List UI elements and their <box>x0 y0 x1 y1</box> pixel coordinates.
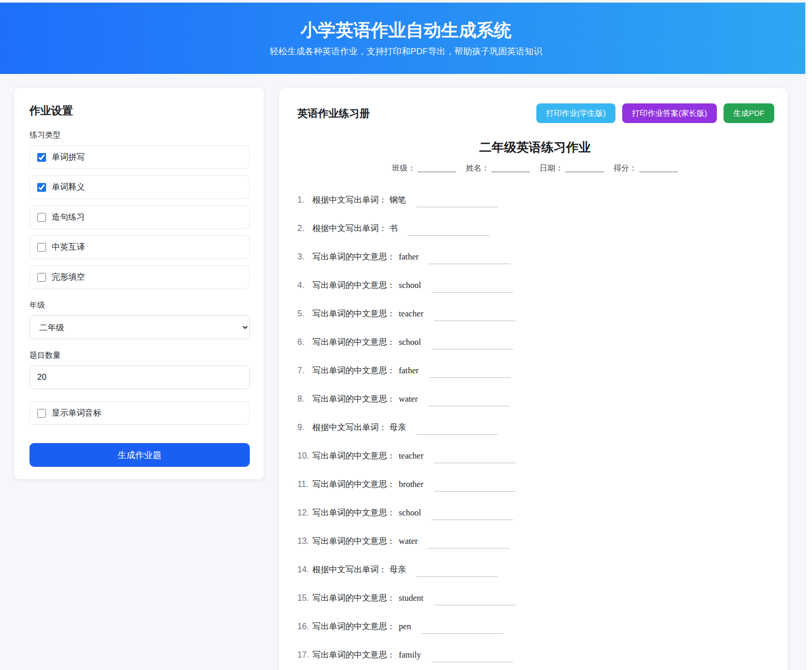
question-prompt: 根据中文写出单词： <box>312 565 387 574</box>
info-field: 姓名：________ <box>466 163 531 172</box>
answer-blank <box>416 428 498 435</box>
print-answers-button[interactable]: 打印作业答案(家长版) <box>622 103 717 123</box>
app-subtitle: 轻松生成各种英语作业，支持打印和PDF导出，帮助孩子巩固英语知识 <box>0 45 812 57</box>
info-field-label: 班级： <box>392 163 415 172</box>
question-item: 13.写出单词的中文意思：water <box>297 536 774 547</box>
question-prompt: 写出单词的中文意思： <box>312 281 395 290</box>
question-prompt: 根据中文写出单词： <box>312 423 387 432</box>
generate-button[interactable]: 生成作业题 <box>29 443 250 467</box>
exercise-type-checkbox[interactable] <box>37 213 46 222</box>
phonetic-checkbox[interactable] <box>37 409 46 418</box>
question-item: 5.写出单词的中文意思：teacher <box>297 309 774 319</box>
question-term: teacher <box>399 309 424 318</box>
print-student-button[interactable]: 打印作业(学生版) <box>536 103 615 123</box>
question-term: school <box>399 337 421 347</box>
info-field: 班级：________ <box>392 163 457 172</box>
question-prompt: 写出单词的中文意思： <box>312 252 395 261</box>
question-prompt: 根据中文写出单词： <box>312 195 387 204</box>
question-item: 7.写出单词的中文意思：father <box>297 366 774 376</box>
question-item: 17.写出单词的中文意思：family <box>297 650 774 661</box>
question-count-input[interactable] <box>29 366 250 389</box>
exercise-type-label-text: 造句练习 <box>52 212 85 223</box>
info-field: 日期：________ <box>540 163 605 172</box>
info-field: 得分：________ <box>613 163 678 172</box>
answer-blank <box>434 484 516 492</box>
worksheet-panel-title: 英语作业练习册 <box>296 106 370 120</box>
question-number: 12. <box>297 508 312 517</box>
answer-blank <box>416 200 498 207</box>
exercise-type-row[interactable]: 单词释义 <box>29 175 250 199</box>
question-item: 9.根据中文写出单词：母亲 <box>297 422 774 433</box>
exercise-type-label-text: 单词拼写 <box>52 152 85 163</box>
question-term: water <box>399 536 418 546</box>
answer-blank <box>416 570 498 577</box>
question-number: 1. <box>297 195 312 205</box>
answer-blank <box>431 342 513 349</box>
question-prompt: 写出单词的中文意思： <box>312 309 395 318</box>
question-count-label: 题目数量 <box>29 351 250 360</box>
worksheet-panel: 英语作业练习册 打印作业(学生版) 打印作业答案(家长版) 生成PDF 二年级英… <box>279 88 788 670</box>
question-prompt: 写出单词的中文意思： <box>312 451 395 460</box>
info-field-label: 得分： <box>613 163 637 172</box>
answer-blank <box>431 285 513 293</box>
answer-blank <box>429 257 510 264</box>
exercise-type-checkbox[interactable] <box>37 243 46 252</box>
question-item: 14.根据中文写出单词：母亲 <box>297 565 774 575</box>
worksheet-info-line: 班级：________姓名：________日期：________得分：____… <box>296 163 774 173</box>
question-item: 11.写出单词的中文意思：brother <box>297 479 774 490</box>
question-prompt: 写出单词的中文意思： <box>312 366 395 375</box>
answer-blank <box>422 627 503 634</box>
question-number: 15. <box>297 593 312 603</box>
info-field-blank: ________ <box>639 163 678 172</box>
question-prompt: 写出单词的中文意思： <box>312 650 395 659</box>
question-prompt: 写出单词的中文意思： <box>312 508 395 517</box>
answer-blank <box>431 513 513 520</box>
question-number: 10. <box>297 451 312 461</box>
question-prompt: 根据中文写出单词： <box>312 224 387 233</box>
question-term: brother <box>399 479 424 489</box>
app-title: 小学英语作业自动生成系统 <box>0 20 812 40</box>
exercise-type-row[interactable]: 中英互译 <box>29 235 250 259</box>
question-number: 8. <box>297 394 312 404</box>
question-number: 16. <box>297 622 312 631</box>
answer-blank <box>428 541 510 549</box>
question-item: 16.写出单词的中文意思：pen <box>297 621 774 632</box>
answer-blank <box>434 314 516 321</box>
exercise-type-checkbox[interactable] <box>37 183 46 192</box>
exercise-type-row[interactable]: 单词拼写 <box>29 145 250 169</box>
question-prompt: 写出单词的中文意思： <box>312 537 395 545</box>
question-prompt: 写出单词的中文意思： <box>312 593 395 602</box>
question-prompt: 写出单词的中文意思： <box>312 622 395 631</box>
question-term: father <box>399 366 418 375</box>
scrollbar[interactable] <box>805 0 812 670</box>
question-number: 5. <box>297 309 312 318</box>
question-term: water <box>399 394 418 404</box>
exercise-type-label-text: 单词释义 <box>52 182 85 193</box>
question-prompt: 写出单词的中文意思： <box>312 480 395 489</box>
question-number: 2. <box>297 224 312 233</box>
question-item: 15.写出单词的中文意思：student <box>297 593 774 604</box>
question-term: father <box>399 252 418 262</box>
worksheet-sheet: 二年级英语练习作业 班级：________姓名：________日期：_____… <box>296 139 774 661</box>
answer-blank <box>428 399 510 406</box>
question-item: 4.写出单词的中文意思：school <box>297 280 774 291</box>
exercise-type-checkbox[interactable] <box>37 153 46 162</box>
info-field-label: 姓名： <box>466 163 489 172</box>
question-number: 7. <box>297 366 312 375</box>
exercise-type-row[interactable]: 造句练习 <box>29 205 250 229</box>
worksheet-actions: 打印作业(学生版) 打印作业答案(家长版) 生成PDF <box>536 103 774 123</box>
question-item: 6.写出单词的中文意思：school <box>297 337 774 348</box>
grade-select[interactable]: 二年级 <box>29 315 250 339</box>
exercise-type-label-text: 中英互译 <box>52 242 85 253</box>
exercise-type-checkbox[interactable] <box>37 273 46 282</box>
phonetic-checkbox-row[interactable]: 显示单词音标 <box>29 401 250 425</box>
info-field-blank: ________ <box>492 163 531 172</box>
answer-blank <box>434 456 516 463</box>
exercise-type-row[interactable]: 完形填空 <box>29 265 250 289</box>
question-prompt: 写出单词的中文意思： <box>312 394 395 403</box>
info-field-blank: ________ <box>566 163 605 172</box>
generate-pdf-button[interactable]: 生成PDF <box>724 103 774 123</box>
question-number: 3. <box>297 252 312 262</box>
settings-title: 作业设置 <box>29 103 250 118</box>
worksheet-title: 二年级英语练习作业 <box>296 139 774 156</box>
